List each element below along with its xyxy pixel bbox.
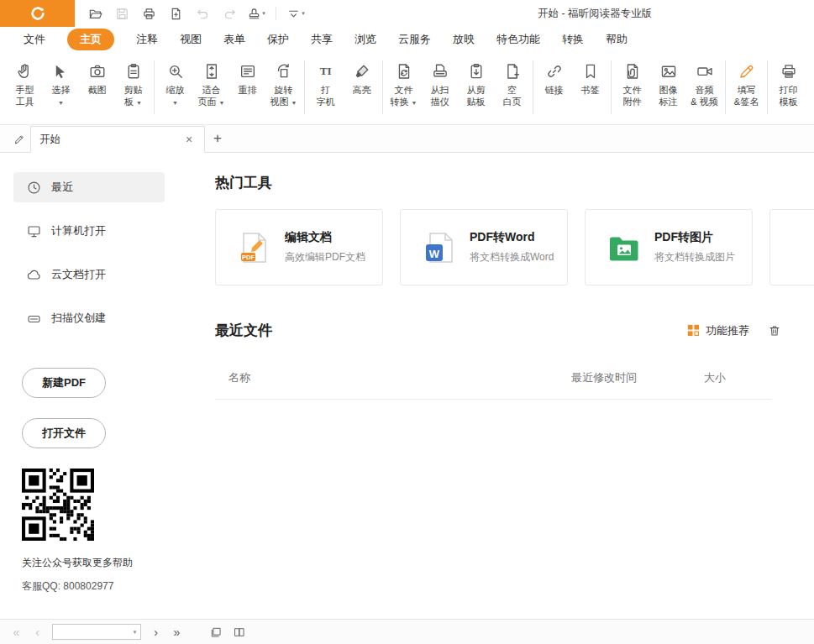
hand-icon bbox=[17, 60, 34, 81]
ribbon-tool-file-attachment[interactable]: 文件附件 bbox=[614, 59, 650, 107]
ribbon-tool-link[interactable]: 链接 bbox=[536, 59, 572, 96]
ribbon-tool-rotate-view[interactable]: 旋转视图 ▼ bbox=[265, 59, 302, 109]
ribbon-tool-bookmark[interactable]: 书签 bbox=[572, 59, 608, 96]
facing-page-layout-icon[interactable] bbox=[234, 626, 245, 638]
menu-tab-2[interactable]: 注释 bbox=[136, 32, 158, 47]
undo-icon bbox=[192, 3, 213, 24]
ribbon-tool-fit-page[interactable]: 适合页面 ▼ bbox=[193, 59, 229, 109]
toolbar-separator bbox=[276, 7, 276, 20]
ribbon-tool-label: 旋转视图 ▼ bbox=[270, 84, 297, 109]
ribbon-tool-select[interactable]: 选择▼ bbox=[43, 59, 79, 109]
page-number-box[interactable]: ▾ bbox=[52, 624, 141, 640]
new-pdf-button[interactable]: 新建PDF bbox=[22, 368, 106, 398]
trash-icon[interactable] bbox=[768, 324, 781, 338]
ribbon-tool-label: 文件转换 ▼ bbox=[391, 84, 418, 109]
card-partial[interactable] bbox=[769, 209, 814, 285]
ribbon-tool-label: 选择▼ bbox=[52, 84, 71, 109]
ribbon-tool-snapshot[interactable]: 截图 bbox=[79, 59, 115, 96]
card-pdf-to-word[interactable]: WPDF转Word将文档转换成Word bbox=[400, 209, 568, 285]
scanner-icon bbox=[27, 312, 41, 326]
grid-icon bbox=[687, 324, 700, 337]
ribbon-tool-fill-sign[interactable]: 填写&签名 bbox=[728, 59, 764, 107]
card-text: 编辑文档高效编辑PDF文档 bbox=[285, 230, 365, 264]
open-folder-icon[interactable] bbox=[85, 3, 105, 24]
ribbon-tool-zoom[interactable]: 缩放▼ bbox=[157, 59, 193, 109]
ribbon-tool-label: 高亮 bbox=[353, 84, 371, 96]
tab-close-icon[interactable]: × bbox=[182, 133, 196, 146]
ribbon-tool-image-annotation[interactable]: 图像标注 bbox=[650, 59, 686, 107]
ink-sign-icon[interactable]: ▾ bbox=[246, 3, 266, 24]
sidebar-item-recent[interactable]: 最近 bbox=[13, 172, 165, 202]
edit-doc-icon: PDF bbox=[238, 231, 271, 264]
ribbon-tool-blank-page[interactable]: 空白页 bbox=[494, 59, 530, 107]
next-page-button[interactable]: › bbox=[150, 626, 162, 638]
ribbon-separator bbox=[767, 60, 768, 114]
menu-tab-9[interactable]: 放映 bbox=[453, 32, 475, 47]
menu-tab-12[interactable]: 帮助 bbox=[606, 32, 628, 47]
ribbon-tool-clipboard[interactable]: 剪贴板 ▼ bbox=[115, 59, 151, 109]
link-icon bbox=[546, 60, 563, 81]
foxit-logo-icon bbox=[29, 5, 46, 22]
ribbon-tool-label: 链接 bbox=[545, 84, 564, 96]
print-icon[interactable] bbox=[139, 3, 159, 24]
open-file-button[interactable]: 打开文件 bbox=[22, 418, 106, 448]
menu-tab-6[interactable]: 共享 bbox=[311, 32, 333, 47]
single-page-layout-icon[interactable] bbox=[210, 626, 222, 638]
tab-start[interactable]: 开始 × bbox=[30, 126, 205, 153]
ribbon-tool-label: 空白页 bbox=[503, 84, 522, 107]
ribbon-tool-label: 图像标注 bbox=[659, 84, 678, 107]
document-tabbar: 开始 × + bbox=[0, 125, 814, 153]
ribbon-tool-typewriter[interactable]: TI打字机 bbox=[307, 59, 344, 107]
ribbon-tool-reflow[interactable]: 重排 bbox=[229, 59, 265, 96]
prev-page-button: ‹ bbox=[31, 626, 44, 638]
ribbon-tool-audio-video[interactable]: 音频& 视频 bbox=[686, 59, 722, 107]
statusbar: « ‹ ▾ › » bbox=[0, 619, 814, 644]
ribbon-tool-label: 书签 bbox=[581, 84, 600, 96]
menu-tab-4[interactable]: 表单 bbox=[223, 32, 245, 47]
card-edit-doc[interactable]: PDF编辑文档高效编辑PDF文档 bbox=[215, 209, 383, 285]
fit-page-icon bbox=[203, 60, 220, 81]
save-icon bbox=[112, 3, 132, 24]
sidebar-item-cloud[interactable]: 云文档打开 bbox=[13, 259, 165, 290]
sidebar-item-computer[interactable]: 计算机打开 bbox=[13, 216, 165, 246]
menu-tab-0[interactable]: 文件 bbox=[24, 32, 45, 47]
feature-recommend-button[interactable]: 功能推荐 bbox=[687, 323, 749, 338]
menu-tab-11[interactable]: 转换 bbox=[562, 32, 584, 47]
qr-code bbox=[22, 469, 94, 541]
ribbon-tool-hand[interactable]: 手型工具 bbox=[7, 59, 43, 107]
card-text: PDF转Word将文档转换成Word bbox=[470, 230, 554, 264]
sidebar-items: 最近计算机打开云文档打开扫描仪创建 bbox=[13, 172, 210, 333]
new-tab-button[interactable]: + bbox=[205, 125, 230, 152]
menu-tab-8[interactable]: 云服务 bbox=[398, 32, 431, 47]
menu-tab-1[interactable]: 主页 bbox=[67, 29, 114, 50]
ribbon-separator bbox=[611, 60, 612, 114]
menu-tab-3[interactable]: 视图 bbox=[180, 32, 202, 47]
page-dropdown-icon[interactable]: ▾ bbox=[129, 629, 140, 636]
menu-tab-7[interactable]: 浏览 bbox=[354, 32, 376, 47]
menu-tab-5[interactable]: 保护 bbox=[267, 32, 289, 47]
ribbon-tool-file-convert[interactable]: 文件转换 ▼ bbox=[386, 59, 422, 109]
foxit-logo[interactable] bbox=[0, 0, 75, 27]
ribbon-tool-from-scanner[interactable]: 从扫描仪 bbox=[422, 59, 458, 107]
export-doc-icon[interactable] bbox=[165, 3, 186, 24]
zoom-icon bbox=[167, 60, 184, 81]
service-qq: 客服QQ: 800802977 bbox=[22, 579, 210, 594]
sidebar-buttons: 新建PDF打开文件 bbox=[13, 368, 210, 448]
ribbon-tool-highlight[interactable]: 高亮 bbox=[344, 59, 380, 96]
pencil-icon[interactable] bbox=[8, 125, 30, 152]
ribbon-tool-label: 文件附件 bbox=[623, 84, 642, 107]
ribbon-tool-print-template[interactable]: 打印模板 bbox=[770, 59, 806, 107]
qr-caption: 关注公众号获取更多帮助 bbox=[22, 556, 210, 570]
menu-tab-10[interactable]: 特色功能 bbox=[496, 32, 540, 47]
customize-toolbar-icon[interactable]: ▾ bbox=[286, 3, 306, 24]
clock-icon bbox=[27, 181, 41, 195]
last-page-button[interactable]: » bbox=[171, 626, 183, 638]
ribbon-tool-from-clipboard[interactable]: 从剪贴板 bbox=[458, 59, 494, 107]
ribbon: 手型工具选择▼截图剪贴板 ▼缩放▼适合页面 ▼重排旋转视图 ▼TI打字机高亮文件… bbox=[0, 52, 814, 125]
titlebar: ▾▾ 开始 - 福昕阅读器专业版 bbox=[0, 0, 814, 27]
sidebar-item-label: 云文档打开 bbox=[51, 267, 106, 282]
card-pdf-to-image[interactable]: PDF转图片将文档转换成图片 bbox=[585, 209, 753, 285]
page-number-input[interactable] bbox=[53, 626, 129, 638]
sidebar-item-scanner[interactable]: 扫描仪创建 bbox=[13, 303, 165, 333]
card-subtitle: 将文档转换成Word bbox=[470, 250, 554, 264]
